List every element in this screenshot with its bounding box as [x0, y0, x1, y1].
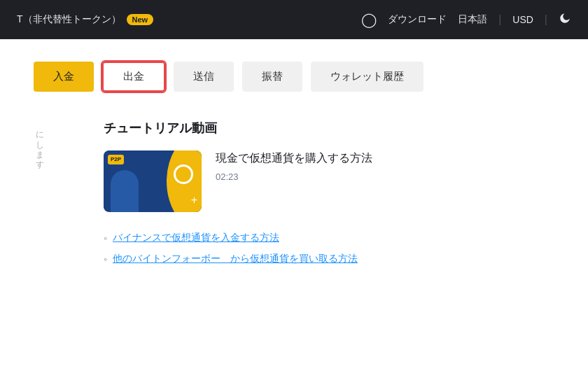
video-info: 現金で仮想通貨を購入する方法 02:23	[216, 150, 372, 182]
theme-toggle-icon[interactable]	[559, 12, 571, 28]
download-link[interactable]: ダウンロード	[388, 13, 447, 26]
tab-withdraw[interactable]: 出金	[102, 62, 165, 92]
sidebar-partial-text: にします	[34, 120, 46, 164]
tutorial-title: チュートリアル動画	[104, 120, 554, 136]
tutorial-links: ◦ バイナンスで仮想通貨を入金する方法 ◦ 他のバイトンフォーボー から仮想通貨…	[104, 232, 554, 265]
video-card: P2P + 現金で仮想通貨を購入する方法 02:23	[104, 150, 554, 212]
video-title: 現金で仮想通貨を購入する方法	[216, 150, 372, 166]
thumb-coin-shape	[174, 164, 193, 184]
divider-2: |	[545, 13, 547, 26]
language-selector[interactable]: 日本語	[458, 13, 487, 26]
thumb-figure-shape	[111, 170, 139, 212]
header-title: T（非代替性トークン）	[17, 13, 121, 26]
sidebar-left: にします	[34, 120, 76, 265]
main-content: 入金 出金 送信 振替 ウォレット履歴 にします チュートリアル動画 P2P	[0, 39, 588, 392]
tutorial-link-1[interactable]: バイナンスで仮想通貨を入金する方法	[113, 232, 279, 244]
tab-deposit[interactable]: 入金	[34, 62, 94, 92]
link-bullet-2: ◦	[104, 253, 107, 265]
video-thumbnail[interactable]: P2P +	[104, 150, 202, 212]
tab-transfer[interactable]: 振替	[242, 62, 302, 92]
video-thumb-inner: P2P +	[104, 150, 202, 212]
tab-wallet-history[interactable]: ウォレット履歴	[311, 62, 424, 92]
thumb-plus-icon: +	[191, 194, 197, 206]
content-area: にします チュートリアル動画 P2P + 現金で仮想通貨を購入する方法	[34, 120, 554, 265]
header: T（非代替性トークン） New ◯ ダウンロード 日本語 | USD |	[0, 0, 588, 39]
user-icon[interactable]: ◯	[361, 11, 377, 28]
tutorial-link-item-1: ◦ バイナンスで仮想通貨を入金する方法	[104, 232, 554, 244]
tutorial-section: チュートリアル動画 P2P + 現金で仮想通貨を購入する方法 02:23	[104, 120, 554, 265]
tab-send[interactable]: 送信	[174, 62, 234, 92]
new-badge: New	[127, 14, 154, 25]
header-right: ◯ ダウンロード 日本語 | USD |	[361, 11, 571, 28]
tutorial-link-2[interactable]: 他のバイトンフォーボー から仮想通貨を買い取る方法	[113, 253, 358, 265]
divider-1: |	[498, 13, 501, 26]
video-duration: 02:23	[216, 172, 372, 182]
p2p-logo: P2P	[108, 155, 124, 164]
currency-selector[interactable]: USD	[512, 14, 533, 25]
header-left: T（非代替性トークン） New	[17, 13, 353, 26]
tab-bar: 入金 出金 送信 振替 ウォレット履歴	[34, 62, 554, 92]
tutorial-link-item-2: ◦ 他のバイトンフォーボー から仮想通貨を買い取る方法	[104, 253, 554, 265]
link-bullet-1: ◦	[104, 232, 107, 244]
